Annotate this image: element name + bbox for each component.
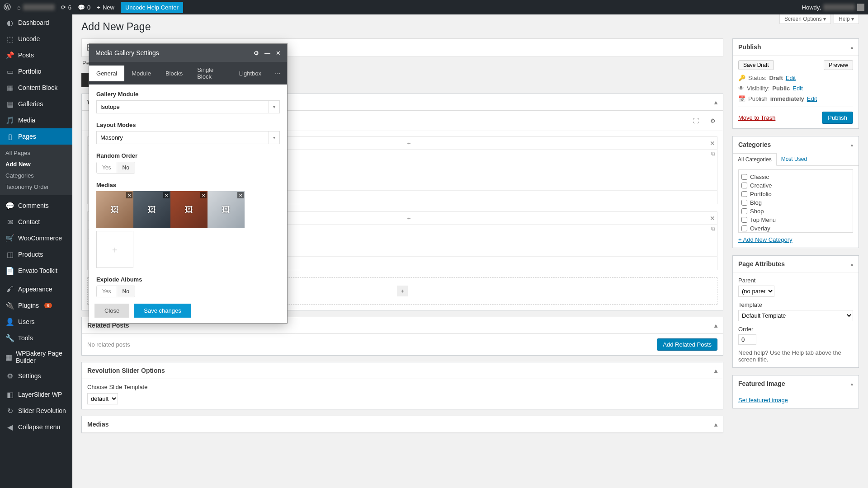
sidebar-item-plugins[interactable]: 🔌Plugins6 bbox=[0, 297, 72, 314]
remove-media-icon[interactable]: ✕ bbox=[237, 192, 244, 198]
sidebar-item-wpbakery-page-builder[interactable]: ▦WPBakery Page Builder bbox=[0, 346, 72, 368]
add-category-link[interactable]: + Add New Category bbox=[738, 236, 793, 243]
help-center-link[interactable]: Uncode Help Center bbox=[121, 2, 183, 13]
publish-button[interactable]: Publish bbox=[822, 112, 853, 124]
modal-tab-blocks[interactable]: Blocks bbox=[158, 66, 190, 81]
sidebar-item-contact[interactable]: ✉Contact bbox=[0, 214, 72, 230]
modal-more-icon[interactable]: ⋯ bbox=[269, 66, 287, 81]
sidebar-item-galleries[interactable]: ▤Galleries bbox=[0, 96, 72, 112]
howdy-link[interactable]: Howdy, bbox=[802, 4, 864, 11]
template-select[interactable]: Default Template bbox=[738, 310, 853, 321]
category-top menu[interactable]: Top Menu bbox=[741, 216, 850, 224]
sidebar-item-envato-toolkit[interactable]: 📄Envato Toolkit bbox=[0, 263, 72, 279]
modal-close-icon[interactable]: ✕ bbox=[276, 50, 281, 56]
remove-media-icon[interactable]: ✕ bbox=[200, 192, 207, 198]
sidebar-item-collapse-menu[interactable]: ◀Collapse menu bbox=[0, 419, 72, 435]
edit-date-link[interactable]: Edit bbox=[807, 95, 817, 102]
collapse-icon[interactable]: ▴ bbox=[714, 421, 717, 428]
explode-yes-button[interactable]: Yes bbox=[97, 286, 117, 297]
media-item[interactable]: ✕🖼 bbox=[133, 191, 170, 228]
category-checkbox[interactable] bbox=[741, 183, 747, 188]
set-featured-image-link[interactable]: Set featured image bbox=[738, 397, 788, 404]
media-item[interactable]: ✕🖼 bbox=[170, 191, 208, 228]
order-input[interactable] bbox=[738, 334, 756, 345]
modal-close-button[interactable]: Close bbox=[94, 304, 129, 318]
subitem-taxonomy-order[interactable]: Taxonomy Order bbox=[0, 181, 72, 192]
subitem-add-new[interactable]: Add New bbox=[0, 159, 72, 170]
updates-link[interactable]: ⟳ 6 bbox=[61, 4, 71, 11]
sidebar-item-portfolio[interactable]: ▭Portfolio bbox=[0, 63, 72, 80]
fullscreen-button[interactable]: ⛶ bbox=[689, 113, 703, 128]
collapse-icon[interactable]: ▴ bbox=[851, 45, 853, 50]
layout-modes-select[interactable] bbox=[97, 131, 269, 144]
category-checkbox[interactable] bbox=[741, 191, 747, 197]
collapse-icon[interactable]: ▴ bbox=[851, 262, 853, 267]
add-media-button[interactable]: ＋ bbox=[96, 231, 133, 268]
category-checkbox[interactable] bbox=[741, 174, 747, 180]
random-no-button[interactable]: No bbox=[117, 162, 135, 173]
row-add-icon[interactable]: ＋ bbox=[404, 138, 414, 148]
sidebar-item-content-block[interactable]: ▦Content Block bbox=[0, 80, 72, 96]
sidebar-item-slider-revolution[interactable]: ↻Slider Revolution bbox=[0, 403, 72, 419]
category-checkbox[interactable] bbox=[741, 217, 747, 223]
move-to-trash-link[interactable]: Move to Trash bbox=[738, 114, 775, 121]
add-related-button[interactable]: Add Related Posts bbox=[657, 338, 717, 351]
sidebar-item-layerslider-wp[interactable]: ◧LayerSlider WP bbox=[0, 386, 72, 403]
tab-all-categories[interactable]: All Categories bbox=[733, 153, 777, 166]
explode-no-button[interactable]: No bbox=[117, 286, 135, 297]
category-creative[interactable]: Creative bbox=[741, 181, 850, 190]
modal-gear-icon[interactable]: ⚙ bbox=[254, 50, 259, 56]
screen-options-button[interactable]: Screen Options ▾ bbox=[779, 14, 831, 24]
collapse-icon[interactable]: ▴ bbox=[714, 99, 717, 106]
collapse-icon[interactable]: ▴ bbox=[714, 367, 717, 374]
sidebar-item-comments[interactable]: 💬Comments bbox=[0, 197, 72, 214]
gallery-module-select[interactable] bbox=[97, 101, 269, 113]
wp-logo[interactable]: ⓦ bbox=[4, 3, 11, 12]
home-link[interactable]: ⌂ bbox=[17, 4, 55, 11]
slide-template-select[interactable]: default bbox=[87, 393, 118, 404]
category-overlay[interactable]: Overlay bbox=[741, 224, 850, 233]
row-add-icon[interactable]: ＋ bbox=[404, 213, 414, 223]
sidebar-item-tools[interactable]: 🔧Tools bbox=[0, 330, 72, 346]
plus-icon[interactable]: ＋ bbox=[397, 286, 408, 296]
tab-most-used[interactable]: Most Used bbox=[777, 153, 811, 165]
sidebar-item-products[interactable]: ◫Products bbox=[0, 246, 72, 263]
modal-tab-lightbox[interactable]: Lightbox bbox=[232, 66, 269, 81]
chevron-down-icon[interactable]: ▾ bbox=[269, 101, 279, 113]
sidebar-item-users[interactable]: 👤Users bbox=[0, 314, 72, 330]
collapse-icon[interactable]: ▴ bbox=[714, 322, 717, 329]
sidebar-item-appearance[interactable]: 🖌Appearance bbox=[0, 281, 72, 297]
sidebar-item-pages[interactable]: ▯Pages bbox=[0, 128, 72, 145]
parent-select[interactable]: (no parent) bbox=[738, 286, 774, 297]
modal-tab-general[interactable]: General bbox=[89, 66, 124, 81]
row-clone-icon[interactable]: ⧉ bbox=[711, 150, 715, 157]
sidebar-item-settings[interactable]: ⚙Settings bbox=[0, 368, 72, 384]
category-checkbox[interactable] bbox=[741, 208, 747, 214]
preview-button[interactable]: Preview bbox=[824, 60, 853, 70]
category-checkbox[interactable] bbox=[741, 225, 747, 231]
edit-status-link[interactable]: Edit bbox=[786, 75, 796, 81]
chevron-down-icon[interactable]: ▾ bbox=[269, 131, 279, 144]
sidebar-item-woocommerce[interactable]: 🛒WooCommerce bbox=[0, 230, 72, 246]
new-link[interactable]: + New bbox=[97, 4, 114, 11]
save-draft-button[interactable]: Save Draft bbox=[738, 60, 774, 70]
modal-save-button[interactable]: Save changes bbox=[134, 304, 191, 318]
category-portfolio[interactable]: Portfolio bbox=[741, 190, 850, 198]
category-blog[interactable]: Blog bbox=[741, 198, 850, 207]
sidebar-item-dashboard[interactable]: ◐Dashboard bbox=[0, 14, 72, 31]
sidebar-item-uncode[interactable]: ⬚Uncode bbox=[0, 31, 72, 47]
collapse-icon[interactable]: ▴ bbox=[851, 381, 853, 386]
remove-media-icon[interactable]: ✕ bbox=[163, 192, 170, 198]
subitem-all-pages[interactable]: All Pages bbox=[0, 147, 72, 159]
category-classic[interactable]: Classic bbox=[741, 173, 850, 181]
sidebar-item-media[interactable]: 🎵Media bbox=[0, 112, 72, 128]
row-close-icon[interactable]: ✕ bbox=[710, 140, 715, 147]
modal-tab-single-block[interactable]: Single Block bbox=[190, 62, 232, 84]
collapse-icon[interactable]: ▴ bbox=[851, 142, 853, 147]
row-close-icon[interactable]: ✕ bbox=[710, 215, 715, 222]
category-checkbox[interactable] bbox=[741, 200, 747, 206]
settings-gear-icon[interactable]: ⚙ bbox=[706, 113, 720, 128]
media-item[interactable]: ✕🖼 bbox=[208, 191, 245, 228]
row-clone-icon[interactable]: ⧉ bbox=[711, 225, 715, 232]
random-yes-button[interactable]: Yes bbox=[97, 162, 117, 173]
